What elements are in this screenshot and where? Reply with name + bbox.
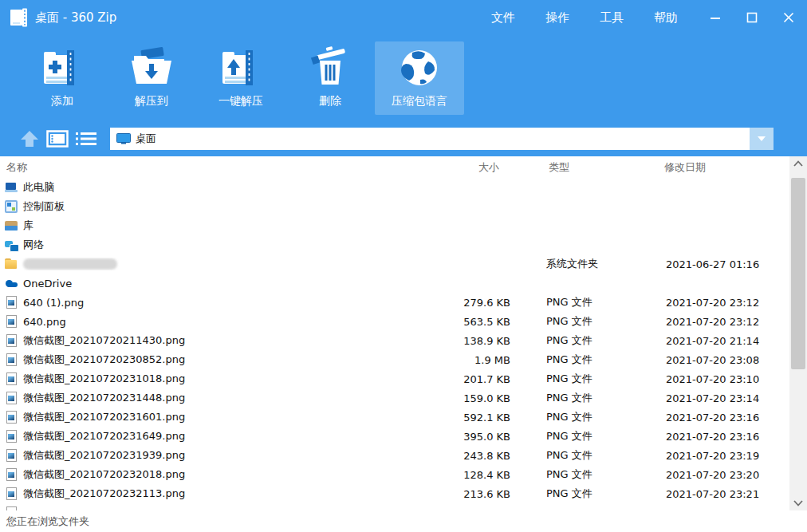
maximize-button[interactable] (734, 0, 770, 35)
file-size: 592.1 KB (447, 412, 510, 424)
add-button[interactable]: 添加 (18, 41, 107, 115)
scroll-down-button[interactable] (789, 496, 807, 510)
table-row[interactable]: OneDrive (0, 274, 789, 293)
redacted-file-name (23, 258, 117, 270)
file-date: 2021-07-20 23:16 (666, 431, 759, 443)
scrollbar-thumb[interactable] (791, 178, 805, 369)
file-size: 128.4 KB (447, 469, 510, 481)
column-header-type[interactable]: 类型 (549, 160, 664, 175)
file-type: PNG 文件 (546, 487, 634, 501)
file-name: OneDrive (23, 278, 72, 290)
address-location: 桌面 (116, 132, 156, 146)
column-header-name[interactable]: 名称 (0, 160, 478, 175)
table-row[interactable]: 640 (1).png279.6 KBPNG 文件2021-07-20 23:1… (0, 293, 789, 312)
status-text: 您正在浏览文件夹 (6, 514, 89, 529)
file-size: 395.0 KB (447, 431, 510, 443)
file-name-cell: 微信截图_20210720211430.png (0, 333, 447, 348)
file-date: 2021-07-20 23:12 (666, 297, 759, 309)
file-list: 此电脑控制面板库网络系统文件夹2021-06-27 01:16OneDrive6… (0, 178, 789, 510)
png-file-icon (6, 411, 17, 424)
menu-tools[interactable]: 工具 (595, 7, 628, 29)
file-name-cell: 微信截图_20210720231018.png (0, 372, 447, 386)
one-click-extract-button[interactable]: 一键解压 (196, 41, 285, 115)
extract-to-button[interactable]: 解压到 (107, 41, 196, 115)
menu-operations[interactable]: 操作 (541, 7, 574, 29)
folder-icon (5, 258, 18, 270)
list-view-icon (76, 131, 96, 147)
desktop-icon (116, 133, 131, 144)
file-type: PNG 文件 (546, 391, 634, 405)
png-file-icon (6, 353, 17, 366)
column-header-size[interactable]: 大小 (478, 160, 549, 175)
address-dropdown-button[interactable] (750, 128, 774, 150)
file-date: 2021-07-20 23:14 (666, 392, 759, 404)
table-row[interactable]: 640.png563.5 KBPNG 文件2021-07-20 23:12 (0, 312, 789, 331)
png-file-icon (6, 449, 17, 462)
file-size: 279.6 KB (447, 297, 510, 309)
table-row[interactable]: 系统文件夹2021-06-27 01:16 (0, 254, 789, 274)
table-row[interactable]: 此电脑 (0, 178, 789, 197)
window-title: 桌面 - 360 Zip (35, 10, 116, 26)
table-row[interactable]: 微信截图_20210720232018.png128.4 KBPNG 文件202… (0, 465, 789, 484)
maximize-icon (746, 12, 758, 23)
column-header-date[interactable]: 修改日期 (664, 160, 789, 175)
up-button[interactable] (16, 127, 43, 151)
file-name: 此电脑 (23, 180, 54, 195)
add-archive-icon (39, 46, 85, 91)
minimize-button[interactable] (697, 0, 734, 35)
list-view-button[interactable] (72, 127, 100, 151)
png-file-icon (6, 296, 17, 309)
file-name-cell (0, 258, 447, 270)
table-row[interactable]: 微信截图_20210720231018.png201.7 KBPNG 文件202… (0, 369, 789, 388)
file-name-cell: 微信截图_20210720231939.png (0, 448, 447, 463)
icon-view-button[interactable] (43, 127, 72, 151)
file-name-cell: 640 (1).png (0, 296, 447, 309)
file-name-cell: 库 (0, 219, 447, 233)
menu-help[interactable]: 帮助 (649, 7, 683, 29)
up-arrow-icon (19, 129, 40, 148)
scroll-down-icon (793, 500, 803, 506)
archive-language-button[interactable]: 压缩包语言 (375, 41, 464, 115)
file-name-cell: 此电脑 (0, 180, 447, 195)
close-icon (783, 12, 794, 23)
file-name: 微信截图_20210720231448.png (23, 391, 185, 405)
table-row[interactable]: 控制面板 (0, 197, 789, 216)
file-type: 系统文件夹 (546, 257, 634, 271)
delete-button-label: 删除 (319, 94, 341, 108)
control-panel-icon (5, 200, 18, 213)
file-name-cell: OneDrive (0, 277, 447, 290)
file-type: PNG 文件 (546, 333, 634, 348)
archive-language-icon (396, 46, 443, 91)
table-row[interactable]: 微信截图_20210720231939.png243.8 KBPNG 文件202… (0, 446, 789, 465)
file-date: 2021-07-20 23:21 (666, 488, 759, 500)
table-row[interactable]: 微信截图_20210720231649.png395.0 KBPNG 文件202… (0, 427, 789, 446)
file-name: 640.png (23, 316, 66, 328)
table-row[interactable]: 微信截图_20210720211430.png138.9 KBPNG 文件202… (0, 331, 789, 350)
table-row[interactable]: 网络 (0, 235, 789, 254)
close-button[interactable] (770, 0, 807, 35)
png-file-icon (6, 468, 17, 481)
file-date: 2021-07-20 23:19 (666, 450, 759, 462)
table-row[interactable]: 微信截图_20210720230852.png1.9 MBPNG 文件2021-… (0, 350, 789, 369)
table-row[interactable]: 微信截图_20210720232113.png213.6 KBPNG 文件202… (0, 484, 789, 503)
list-header: 名称 大小 类型 修改日期 (0, 156, 789, 178)
menu-file[interactable]: 文件 (486, 7, 520, 29)
scroll-up-button[interactable] (789, 156, 807, 171)
status-bar: 您正在浏览文件夹 (0, 510, 807, 532)
file-name: 微信截图_20210720230852.png (23, 353, 185, 367)
file-date: 2021-07-20 21:14 (666, 335, 759, 347)
table-row[interactable]: 微信截图_20210720231448.png159.0 KBPNG 文件202… (0, 388, 789, 408)
file-name-cell: 微信截图_20210720231649.png (0, 429, 447, 443)
vertical-scrollbar[interactable] (789, 156, 807, 510)
address-input[interactable]: 桌面 (110, 128, 774, 150)
file-type: PNG 文件 (546, 448, 634, 463)
onedrive-icon (5, 277, 18, 290)
delete-button[interactable]: 删除 (285, 41, 375, 115)
file-name-cell: 网络 (0, 238, 447, 252)
this-pc-icon (5, 181, 18, 194)
table-row[interactable]: 库 (0, 216, 789, 235)
file-size: 201.7 KB (447, 373, 510, 385)
file-date: 2021-07-20 23:10 (666, 373, 759, 385)
table-row[interactable]: 微信截图_20210720231601.png592.1 KBPNG 文件202… (0, 408, 789, 427)
png-file-icon (6, 487, 17, 500)
